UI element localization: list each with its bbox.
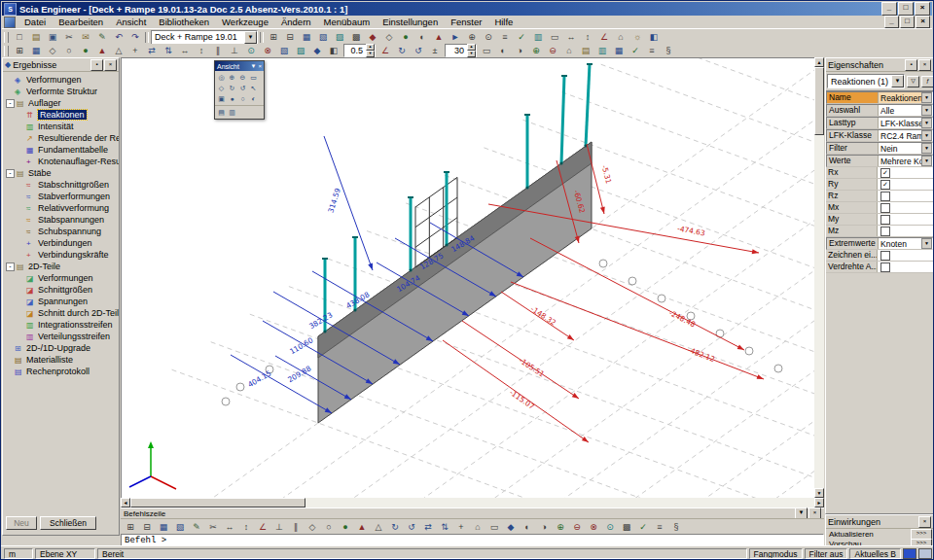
tree-item[interactable]: ⊞ 2D-/1D-Upgrade bbox=[3, 342, 119, 354]
toolbar-icon[interactable]: ✉ bbox=[78, 30, 93, 44]
activity-combo[interactable]: Deck + Rampe 19.01 ▼ bbox=[151, 30, 258, 45]
checkbox[interactable] bbox=[880, 227, 890, 236]
model-svg[interactable]: 404.15209.88110.60382.23438.08104.74128.… bbox=[122, 58, 815, 499]
toolbar-icon[interactable]: ▭ bbox=[547, 30, 562, 44]
property-value[interactable]: ▼ bbox=[878, 250, 933, 261]
toolbar-icon[interactable]: ✎ bbox=[189, 520, 204, 534]
tree-item[interactable]: ◈ Verformte Struktur bbox=[3, 86, 119, 97]
view-tool-icon[interactable]: ▤ bbox=[216, 107, 227, 118]
toolbar-icon[interactable]: ↺ bbox=[411, 44, 426, 57]
toolbar-icon[interactable]: ≡ bbox=[644, 44, 660, 57]
toolbar-icon[interactable]: ± bbox=[427, 44, 443, 57]
toolbar-icon[interactable]: ○ bbox=[61, 44, 77, 57]
chevron-down-icon[interactable]: ▼ bbox=[921, 238, 932, 249]
tree-item[interactable]: - ▤ Auflager bbox=[3, 97, 119, 109]
tree-item[interactable]: ≈ Stabverformungen bbox=[3, 191, 119, 202]
view-tool-icon[interactable]: ↻ bbox=[227, 83, 237, 93]
close-icon[interactable]: × bbox=[258, 63, 262, 69]
tree-item[interactable]: ▤ Materialliste bbox=[3, 354, 119, 366]
property-value[interactable]: LFK-Klasse ▼ bbox=[879, 118, 932, 128]
view-tool-icon[interactable]: ▣ bbox=[216, 93, 227, 104]
toolbar-icon[interactable]: ▨ bbox=[293, 44, 308, 57]
toolbar-icon[interactable]: ▦ bbox=[156, 520, 171, 534]
pin-icon[interactable]: ▪ bbox=[905, 59, 917, 71]
toolbar-icon[interactable]: ◇ bbox=[381, 30, 397, 44]
toolbar-icon[interactable]: ◧ bbox=[646, 30, 662, 44]
menu-item[interactable]: Werkzeuge bbox=[216, 16, 274, 28]
toolbar-icon[interactable]: ⊙ bbox=[243, 44, 259, 57]
toolbar-icon[interactable]: ↷ bbox=[127, 30, 143, 44]
view-tool-icon[interactable]: ↖ bbox=[248, 83, 259, 93]
toolbar-icon[interactable]: ● bbox=[78, 44, 93, 57]
toolbar-icon[interactable]: ⊥ bbox=[227, 44, 242, 57]
mdi-restore-button[interactable]: □ bbox=[900, 16, 915, 28]
tree-item[interactable]: ◪ Spannungen bbox=[3, 296, 119, 307]
close-panel-button[interactable]: Schließen bbox=[40, 516, 96, 530]
toolbar-icon[interactable]: ∠ bbox=[255, 520, 270, 534]
pin-icon[interactable]: ▪ bbox=[90, 59, 103, 71]
model-viewport[interactable]: 404.15209.88110.60382.23438.08104.74128.… bbox=[121, 57, 815, 499]
checkbox[interactable] bbox=[880, 192, 890, 201]
toolbar-icon[interactable]: ↕ bbox=[580, 30, 595, 44]
tree-item[interactable]: ◪ Schnittgrößen bbox=[3, 284, 119, 296]
tree-item[interactable]: ≈ Stabspannungen bbox=[3, 214, 119, 226]
toolbar-icon[interactable]: ▥ bbox=[530, 30, 546, 44]
toolbar-icon[interactable]: ∥ bbox=[210, 44, 226, 57]
toolbar-icon[interactable]: ⌂ bbox=[561, 44, 577, 57]
toolbar-icon[interactable]: ▧ bbox=[172, 520, 188, 534]
toolbar-icon[interactable]: ▦ bbox=[611, 44, 627, 57]
toolbar-icon[interactable]: ▧ bbox=[276, 44, 292, 57]
toolbar-icon[interactable]: ⊟ bbox=[139, 520, 155, 534]
angle-spinner[interactable]: 30 ▲▼ bbox=[445, 44, 477, 57]
tree-item[interactable]: ◈ Verformungen bbox=[3, 74, 119, 86]
view-tool-icon[interactable]: ● bbox=[227, 93, 237, 104]
tree-item[interactable]: + Verbindungen bbox=[3, 237, 119, 249]
property-value[interactable]: ▼ bbox=[878, 214, 933, 225]
tree-item[interactable]: ▦ Fundamenttabelle bbox=[3, 144, 119, 156]
toolbar-icon[interactable]: ◐ bbox=[520, 520, 535, 534]
property-value[interactable]: ✓ ▼ bbox=[878, 179, 933, 190]
expander-icon[interactable]: - bbox=[6, 262, 15, 271]
toolbar-icon[interactable]: ▭ bbox=[486, 520, 502, 534]
filter-icon[interactable]: ▽ bbox=[907, 76, 919, 88]
toolbar-icon[interactable]: ◐ bbox=[495, 44, 511, 57]
toolbar-icon[interactable]: ⇅ bbox=[437, 520, 452, 534]
toolbar-grip[interactable] bbox=[4, 32, 9, 43]
property-value[interactable]: ▼ bbox=[878, 262, 933, 272]
menu-item[interactable]: Menübaum bbox=[318, 16, 377, 28]
toolbar-icon[interactable]: ◑ bbox=[512, 44, 527, 57]
toolbar-grip[interactable] bbox=[4, 46, 9, 56]
view-tool-icon[interactable]: ▭ bbox=[248, 72, 259, 83]
new-button[interactable]: Neu bbox=[6, 516, 37, 530]
menu-item[interactable]: Einstellungen bbox=[377, 16, 444, 28]
close-icon[interactable]: × bbox=[918, 516, 931, 528]
tree-item[interactable]: ▤ Rechenprotokoll bbox=[3, 366, 119, 377]
toolbar-icon[interactable]: ⊙ bbox=[481, 30, 496, 44]
chevron-down-icon[interactable]: ▼ bbox=[921, 143, 932, 154]
toolbar-icon[interactable]: ▭ bbox=[479, 44, 494, 57]
toolbar-icon[interactable]: ▧ bbox=[315, 30, 331, 44]
minimize-button[interactable]: _ bbox=[881, 2, 897, 16]
toolbar-icon[interactable]: ▤ bbox=[578, 44, 593, 57]
scroll-up-icon[interactable]: ▲ bbox=[814, 57, 824, 67]
toolbar-icon[interactable]: ○ bbox=[321, 520, 337, 534]
toolbar-icon[interactable]: ⊞ bbox=[266, 30, 281, 44]
close-icon[interactable]: × bbox=[918, 59, 931, 71]
chevron-down-icon[interactable]: ▼ bbox=[891, 75, 904, 88]
restore-button[interactable]: □ bbox=[898, 2, 914, 16]
toolbar-icon[interactable]: ✓ bbox=[635, 520, 651, 534]
checkbox[interactable] bbox=[880, 251, 890, 261]
toolbar-icon[interactable]: ◇ bbox=[305, 520, 320, 534]
toolbar-icon[interactable]: ↶ bbox=[111, 30, 126, 44]
tree-item[interactable]: ◪ Verformungen bbox=[3, 272, 119, 284]
toolbar-icon[interactable]: ≡ bbox=[497, 30, 513, 44]
toolbar-icon[interactable]: ≡ bbox=[652, 520, 667, 534]
toolbar-icon[interactable]: ⊖ bbox=[545, 44, 560, 57]
tree-item[interactable]: ⇈ Reaktionen bbox=[3, 109, 119, 121]
property-value[interactable]: RC2.4 Rampe ▼ bbox=[879, 130, 932, 141]
property-value[interactable]: ▼ bbox=[878, 191, 933, 201]
toolbar-icon[interactable]: ◐ bbox=[414, 30, 430, 44]
toolbar-icon[interactable]: ◆ bbox=[309, 44, 325, 57]
menu-item[interactable]: Datei bbox=[18, 16, 52, 28]
checkbox[interactable] bbox=[880, 262, 890, 272]
